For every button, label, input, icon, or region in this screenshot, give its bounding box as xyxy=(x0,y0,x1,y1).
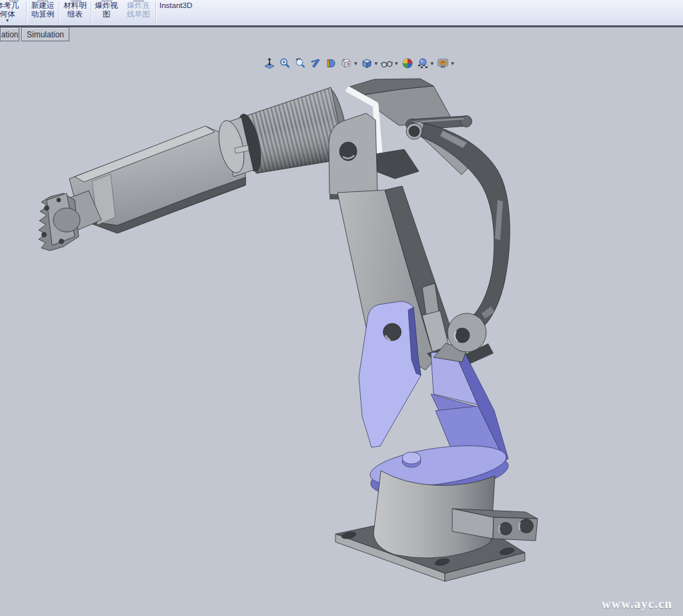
chevron-down-icon[interactable]: ▾ xyxy=(354,60,358,67)
section-view-icon[interactable] xyxy=(324,57,337,70)
view-orientation-icon[interactable] xyxy=(339,57,353,70)
display-style-icon[interactable] xyxy=(360,57,374,70)
chevron-down-icon[interactable]: ▾ xyxy=(395,60,398,67)
hide-show-items-icon[interactable] xyxy=(380,57,394,70)
view-settings-icon[interactable] xyxy=(436,57,450,70)
previous-view-icon[interactable] xyxy=(293,57,307,70)
end-effector xyxy=(39,191,101,251)
zoom-to-area-icon[interactable] xyxy=(278,57,291,70)
graphics-viewport[interactable]: ▾ ▾ ▾ ▾ ▾ www.ayc.cn xyxy=(0,27,683,616)
heads-up-view-toolbar: ▾ ▾ ▾ ▾ ▾ xyxy=(263,56,455,71)
shoulder-bracket-front xyxy=(359,301,421,447)
chevron-down-icon[interactable]: ▾ xyxy=(431,60,434,67)
edit-appearance-icon[interactable] xyxy=(401,57,414,70)
rotate-view-icon[interactable] xyxy=(309,57,322,70)
zoom-to-fit-icon[interactable] xyxy=(263,57,276,70)
chevron-down-icon[interactable]: ▾ xyxy=(451,60,454,67)
chevron-down-icon[interactable]: ▾ xyxy=(375,60,378,67)
apply-scene-icon[interactable] xyxy=(416,57,430,70)
robot-arm-model xyxy=(0,0,683,616)
solidworks-window: 参考几 何体 ▾ 新建运 动算例 材料明 细表 爆炸视 图 爆炸直 线草图 In… xyxy=(0,0,683,616)
watermark: www.ayc.cn xyxy=(602,597,672,611)
